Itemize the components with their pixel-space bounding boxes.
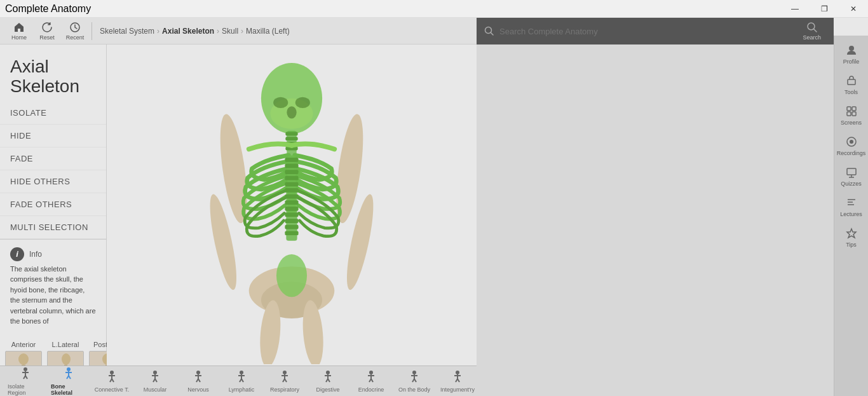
nav-separator bbox=[92, 22, 92, 40]
breadcrumb-skull[interactable]: Skull bbox=[222, 27, 238, 36]
viewer-area[interactable] bbox=[107, 44, 477, 365]
toolbar-btn-2[interactable]: Connective T. bbox=[92, 367, 132, 395]
toolbar-btn-10[interactable]: Integument'ry bbox=[437, 367, 478, 395]
svg-rect-114 bbox=[847, 107, 851, 111]
toolbar-label-8: Endocrine bbox=[358, 386, 384, 393]
svg-rect-39 bbox=[285, 158, 298, 162]
svg-rect-49 bbox=[285, 219, 298, 223]
search-btn-label: Search bbox=[803, 34, 821, 41]
right-tool-btn-quizzes[interactable]: Quizzes bbox=[836, 163, 867, 191]
thumbnails-section: AnteriorL.LateralPosterior bbox=[0, 334, 106, 365]
toolbar-btn-3[interactable]: Muscular bbox=[135, 367, 175, 395]
right-sidebar: ProfileToolsScreensRecordingsQuizzesLect… bbox=[834, 36, 868, 396]
toolbar-btn-7[interactable]: Digestive bbox=[308, 367, 348, 395]
right-label-tips: Tips bbox=[846, 242, 857, 248]
toolbar-label-6: Respiratory bbox=[270, 386, 299, 393]
right-icon-lectures bbox=[846, 197, 857, 210]
skeleton-svg bbox=[171, 46, 412, 364]
svg-point-103 bbox=[456, 371, 459, 374]
skeleton-container bbox=[171, 46, 412, 364]
right-tool-btn-tools[interactable]: Tools bbox=[836, 71, 867, 99]
right-panel: Search bbox=[477, 18, 834, 396]
svg-point-58 bbox=[67, 367, 71, 371]
toolbar-btn-1[interactable]: Bone Skeletal bbox=[48, 367, 89, 395]
toolbar-btn-0[interactable]: Isolate Region bbox=[5, 367, 46, 395]
toolbar-icon-6 bbox=[278, 370, 291, 385]
recent-icon bbox=[69, 22, 81, 33]
search-button[interactable]: Search bbox=[797, 19, 826, 43]
menu-item-fade[interactable]: FADE bbox=[0, 147, 106, 170]
search-icon bbox=[484, 26, 494, 36]
thumbnail-item-1[interactable]: L.Lateral bbox=[47, 341, 84, 365]
home-icon bbox=[13, 22, 25, 33]
toolbar-icon-0 bbox=[19, 367, 32, 382]
svg-line-107 bbox=[458, 379, 459, 382]
recent-button[interactable]: Recent bbox=[61, 18, 89, 44]
toolbar-label-5: Lymphatic bbox=[229, 386, 255, 393]
right-tool-btn-recordings[interactable]: Recordings bbox=[836, 132, 867, 160]
svg-rect-42 bbox=[285, 175, 298, 180]
close-button[interactable]: ✕ bbox=[839, 0, 868, 18]
svg-line-111 bbox=[813, 29, 817, 32]
right-label-lectures: Lectures bbox=[840, 211, 862, 217]
search-bar: Search bbox=[477, 18, 834, 44]
minimize-button[interactable]: — bbox=[780, 0, 810, 18]
menu-item-fade-others[interactable]: FADE OTHERS bbox=[0, 193, 106, 216]
right-tool-btn-lectures[interactable]: Lectures bbox=[836, 193, 867, 221]
right-tool-btn-screens[interactable]: Screens bbox=[836, 102, 867, 130]
svg-point-119 bbox=[850, 140, 853, 144]
svg-rect-34 bbox=[285, 137, 297, 140]
info-section: i Info The axial skeleton comprises the … bbox=[0, 239, 106, 334]
search-input-wrapper bbox=[484, 26, 791, 36]
svg-point-31 bbox=[287, 106, 296, 118]
svg-rect-44 bbox=[285, 188, 298, 193]
breadcrumb-skeletal[interactable]: Skeletal System bbox=[100, 27, 154, 36]
right-icon-quizzes bbox=[846, 167, 857, 179]
home-button[interactable]: Home bbox=[5, 18, 33, 44]
breadcrumb-maxilla[interactable]: Maxilla (Left) bbox=[246, 27, 290, 36]
svg-rect-47 bbox=[285, 206, 298, 210]
svg-point-53 bbox=[24, 367, 27, 371]
toolbar-label-2: Connective T. bbox=[95, 386, 129, 393]
menu-item-hide-others[interactable]: HIDE OTHERS bbox=[0, 170, 106, 193]
menu-item-multi-selection[interactable]: MULTI SELECTION bbox=[0, 216, 106, 239]
svg-rect-115 bbox=[852, 107, 856, 111]
svg-point-63 bbox=[110, 371, 114, 374]
thumbnail-label-1: L.Lateral bbox=[52, 341, 79, 348]
svg-line-102 bbox=[414, 379, 416, 382]
svg-point-98 bbox=[412, 371, 416, 374]
toolbar-icon-10 bbox=[451, 370, 464, 385]
home-label: Home bbox=[11, 34, 27, 41]
reset-button[interactable]: Reset bbox=[33, 18, 61, 44]
right-label-tools: Tools bbox=[844, 89, 858, 95]
app-title: Complete Anatomy bbox=[5, 3, 91, 15]
info-text: The axial skeleton comprises the skull, … bbox=[10, 264, 96, 327]
top-nav: Home Reset Recent bbox=[0, 18, 477, 44]
svg-rect-50 bbox=[285, 224, 298, 229]
toolbar-btn-5[interactable]: Lymphatic bbox=[221, 367, 262, 395]
thumbnail-item-0[interactable]: Anterior bbox=[5, 341, 42, 365]
menu-item-hide[interactable]: HIDE bbox=[0, 125, 106, 147]
window-controls: — ❐ ✕ bbox=[780, 0, 868, 18]
right-label-profile: Profile bbox=[843, 58, 860, 65]
svg-rect-43 bbox=[285, 182, 298, 186]
svg-line-82 bbox=[241, 379, 243, 382]
thumbnail-img-0 bbox=[5, 351, 42, 365]
svg-point-88 bbox=[326, 371, 330, 374]
toolbar-icon-8 bbox=[365, 370, 377, 385]
toolbar-btn-6[interactable]: Respiratory bbox=[264, 367, 305, 395]
toolbar-btn-8[interactable]: Endocrine bbox=[351, 367, 391, 395]
toolbar-icon-7 bbox=[322, 370, 334, 385]
svg-point-1 bbox=[18, 353, 29, 365]
maximize-button[interactable]: ❐ bbox=[810, 0, 839, 18]
right-tool-btn-tips[interactable]: Tips bbox=[836, 224, 867, 252]
svg-point-78 bbox=[240, 371, 243, 374]
breadcrumb-axial[interactable]: Axial Skeleton bbox=[162, 27, 214, 36]
toolbar-btn-4[interactable]: Nervous bbox=[178, 367, 219, 395]
search-input[interactable] bbox=[499, 27, 791, 36]
right-tool-btn-profile[interactable]: Profile bbox=[836, 41, 867, 69]
reset-label: Reset bbox=[39, 34, 55, 41]
toolbar-icon-1 bbox=[62, 367, 75, 382]
toolbar-btn-9[interactable]: On the Body bbox=[394, 367, 435, 395]
menu-item-isolate[interactable]: ISOLATE bbox=[0, 102, 106, 125]
